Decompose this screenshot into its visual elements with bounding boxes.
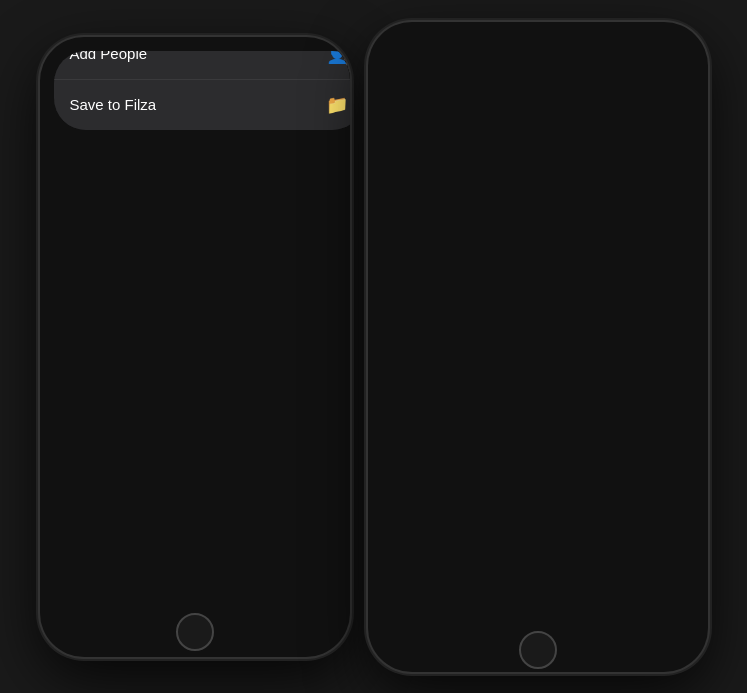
share-sheet: 📋 iTransmission iPhone Application · 7.2… <box>54 51 350 130</box>
save-filza-label: Save to Filza <box>70 96 326 113</box>
left-phone: 🔵 ▲ 8:30 PM 49 Done iTransmission (37 of… <box>40 37 350 657</box>
phones-container: 🔵 ▲ 8:30 PM 49 Done iTransmission (37 of… <box>30 12 718 682</box>
save-filza-action[interactable]: Save to Filza 📁 <box>54 80 350 130</box>
add-people-icon: 👤 <box>326 51 348 65</box>
content-area: iTransmission 📋 iTransmission iPhone App… <box>54 101 350 130</box>
left-screen: 🔵 ▲ 8:30 PM 49 Done iTransmission (37 of… <box>54 51 350 130</box>
save-filza-icon: 📁 <box>326 94 348 116</box>
home-button-left[interactable] <box>176 613 214 651</box>
home-button-right[interactable] <box>519 631 557 669</box>
right-phone: ONEJailbreak 📶 9:43 PM 47 ✂ ✖ <box>368 22 708 672</box>
add-people-action[interactable]: Add People 👤 <box>54 51 350 80</box>
add-people-label: Add People <box>70 51 326 63</box>
